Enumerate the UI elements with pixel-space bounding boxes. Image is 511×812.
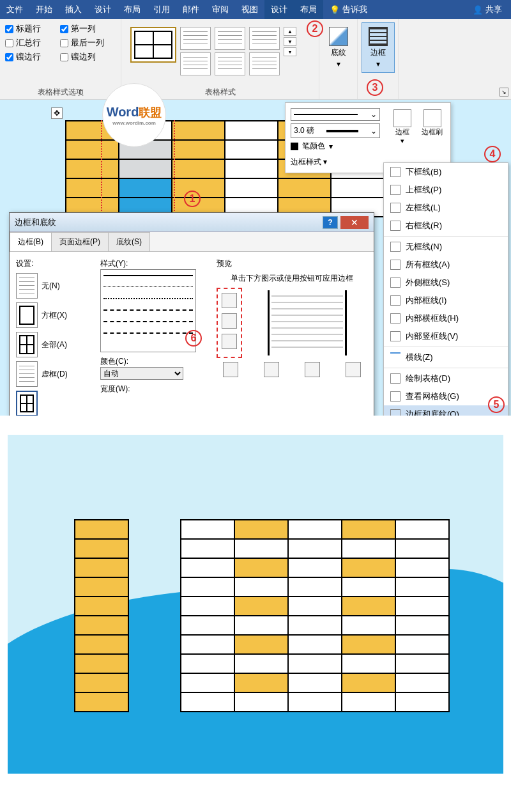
tab-layout[interactable]: 布局	[118, 0, 147, 19]
dialog-title: 边框和底纹	[15, 217, 323, 228]
setting-custom[interactable]	[16, 391, 93, 416]
borders-label: 边框	[370, 47, 386, 58]
preview-bottom-btn[interactable]	[222, 334, 237, 349]
setting-dashed[interactable]: 虚框(D)	[16, 361, 93, 387]
gallery-down-icon[interactable]: ▼	[284, 37, 296, 46]
borders-grid-icon	[393, 109, 411, 127]
chk-banded-row[interactable]: 镶边行	[5, 51, 52, 63]
style-thumb[interactable]	[215, 27, 245, 50]
dlg-tab-borders[interactable]: 边框(B)	[10, 232, 52, 251]
border-weight-dropdown[interactable]: 3.0 磅 ⌄	[291, 123, 380, 138]
menu-inside-v-border[interactable]: 内部竖框线(V)	[384, 327, 508, 345]
tab-home[interactable]: 开始	[29, 0, 59, 19]
shading-icon	[329, 27, 348, 46]
right-border-icon	[390, 221, 400, 231]
chevron-down-icon: ⌄	[370, 127, 377, 136]
table-move-handle-icon[interactable]: ✥	[51, 107, 63, 119]
preview-diag-btn[interactable]	[223, 362, 238, 377]
share-button[interactable]: 👤 共享	[464, 0, 511, 19]
menu-left-border[interactable]: 左框线(L)	[384, 199, 508, 217]
setting-all[interactable]: 全部(A)	[16, 332, 93, 357]
preview-label: 预览	[217, 258, 367, 269]
borders-and-shading-dialog: 边框和底纹 ? ✕ 边框(B) 页面边框(P) 底纹(S) 设置: 无(N) 方…	[9, 212, 374, 416]
tab-table-design[interactable]: 设计	[264, 0, 294, 19]
preview-top-btn[interactable]	[222, 293, 237, 308]
tab-table-layout[interactable]: 布局	[294, 0, 323, 19]
chevron-down-icon: ▾	[376, 59, 380, 68]
menu-no-border[interactable]: 无框线(N)	[384, 238, 508, 256]
chk-last-col[interactable]: 最后一列	[60, 37, 116, 49]
border-painter-button[interactable]: 边框刷	[419, 108, 445, 138]
close-button[interactable]: ✕	[340, 216, 369, 229]
chk-banded-col[interactable]: 镶边列	[60, 51, 116, 63]
hline-icon	[390, 352, 400, 363]
shading-button[interactable]: 底纹 ▾	[323, 23, 355, 72]
inside-v-border-icon	[390, 331, 400, 341]
style-thumb-selected[interactable]	[130, 27, 176, 63]
border-style-dropdown[interactable]: ⌄	[291, 108, 380, 121]
menu-draw-table[interactable]: 绘制表格(D)	[384, 370, 508, 387]
menu-top-border[interactable]: 上框线(P)	[384, 181, 508, 199]
borders-split-button[interactable]: 边框▾	[391, 108, 414, 146]
menu-right-border[interactable]: 右框线(R)	[384, 217, 508, 235]
chk-first-col[interactable]: 第一列	[60, 23, 116, 35]
style-thumb[interactable]	[180, 52, 211, 75]
menu-outside-borders[interactable]: 外侧框线(S)	[384, 274, 508, 292]
borders-icon	[369, 27, 388, 46]
tab-review[interactable]: 审阅	[206, 0, 235, 19]
tab-design[interactable]: 设计	[88, 0, 118, 19]
borders-button[interactable]: 边框 ▾	[362, 22, 395, 73]
chevron-down-icon: ⌄	[370, 110, 377, 119]
borders-shading-icon	[390, 409, 400, 416]
gallery-up-icon[interactable]: ▲	[284, 27, 296, 36]
setting-box[interactable]: 方框(X)	[16, 302, 93, 328]
style-thumb[interactable]	[249, 52, 280, 75]
menu-bottom-border[interactable]: 下框线(B)	[384, 163, 508, 181]
preview-mid-btn[interactable]	[222, 313, 237, 329]
tab-mailings[interactable]: 邮件	[176, 0, 206, 19]
shading-label: 底纹	[331, 47, 346, 58]
share-label: 共享	[485, 4, 502, 15]
dlg-tab-page-border[interactable]: 页面边框(P)	[51, 232, 109, 251]
chk-total-row[interactable]: 汇总行	[5, 37, 52, 49]
gallery-more-icon[interactable]: ▾	[284, 47, 296, 56]
lightbulb-icon: 💡	[330, 5, 340, 15]
help-button[interactable]: ?	[323, 216, 338, 229]
callout-3: 3	[367, 79, 383, 96]
preview-canvas	[263, 288, 352, 358]
group-table-style-options: 标题行 第一列 汇总行 最后一列 镶边行 镶边列 表格样式选项	[0, 19, 121, 99]
outside-borders-icon	[390, 277, 400, 288]
dlg-tab-shading[interactable]: 底纹(S)	[108, 232, 150, 251]
width-label: 宽度(W):	[100, 384, 209, 394]
setting-none[interactable]: 无(N)	[16, 273, 93, 299]
color-select[interactable]: 自动	[100, 367, 183, 380]
inside-h-border-icon	[390, 313, 400, 324]
menu-all-borders[interactable]: 所有框线(A)	[384, 256, 508, 274]
chevron-down-icon[interactable]: ▾	[329, 142, 333, 151]
tab-file[interactable]: 文件	[0, 0, 29, 19]
style-thumb[interactable]	[215, 52, 245, 75]
tab-view[interactable]: 视图	[235, 0, 264, 19]
menu-inside-h-border[interactable]: 内部横框线(H)	[384, 309, 508, 327]
preview-note: 单击下方图示或使用按钮可应用边框	[217, 273, 367, 284]
menu-inside-borders[interactable]: 内部框线(I)	[384, 292, 508, 309]
callout-4: 4	[484, 146, 501, 162]
chevron-down-icon[interactable]: ▾	[323, 157, 327, 166]
gridlines-icon	[390, 391, 400, 402]
tab-references[interactable]: 引用	[147, 0, 176, 19]
style-listbox[interactable]	[100, 269, 196, 352]
preview-right-btn[interactable]	[346, 362, 361, 377]
callout-6: 6	[185, 330, 202, 347]
preview-vcenter-btn[interactable]	[305, 362, 320, 377]
dialog-launcher-icon[interactable]: ↘	[500, 88, 508, 97]
style-thumb[interactable]	[180, 27, 211, 50]
style-thumb[interactable]	[249, 27, 280, 50]
tell-me[interactable]: 💡 告诉我	[323, 0, 374, 19]
border-weight-value: 3.0 磅	[294, 125, 314, 136]
preview-left-btn[interactable]	[264, 362, 279, 377]
tab-insert[interactable]: 插入	[59, 0, 88, 19]
result-left-column	[74, 519, 129, 712]
menu-horizontal-line[interactable]: 横线(Z)	[384, 348, 508, 366]
group-shading: 底纹 ▾	[319, 19, 358, 99]
chk-header-row[interactable]: 标题行	[5, 23, 52, 35]
